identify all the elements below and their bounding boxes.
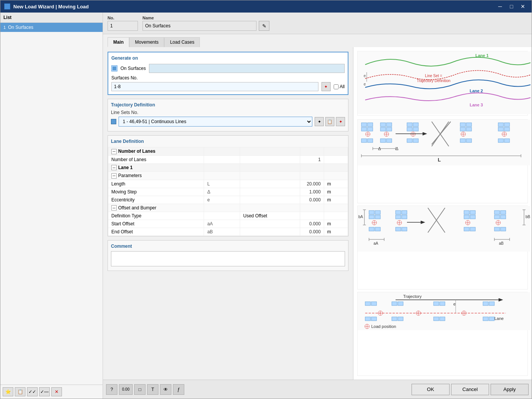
- no-input[interactable]: [108, 21, 138, 31]
- svg-text:Trajectory: Trajectory: [403, 294, 422, 299]
- svg-rect-13: [367, 127, 373, 131]
- svg-rect-104: [500, 215, 506, 219]
- surfaces-row: ✦ All: [111, 82, 345, 91]
- ok-button[interactable]: OK: [412, 384, 450, 395]
- title-controls: ─ □ ✕: [495, 3, 528, 10]
- svg-rect-52: [413, 139, 418, 142]
- svg-rect-138: [483, 302, 488, 306]
- svg-rect-134: [392, 302, 397, 306]
- generate-on-option-row: On Surfaces: [111, 64, 345, 73]
- sidebar-add-btn[interactable]: ⭐: [3, 387, 13, 396]
- form-area: No. Name ✎ Main Movements Load Cases: [103, 13, 532, 399]
- svg-text:e: e: [364, 82, 366, 86]
- svg-rect-85: [396, 211, 401, 214]
- no-label: No.: [108, 16, 138, 20]
- table-row: ─Parameters: [108, 172, 348, 180]
- svg-rect-17: [380, 123, 386, 127]
- preview-area: Lane 1 Line Set = Trajectory Definition …: [353, 47, 532, 380]
- svg-rect-151: [365, 317, 370, 321]
- surfaces-no-input[interactable]: [111, 82, 318, 91]
- svg-rect-114: [494, 227, 500, 231]
- traj-icon-btn-3[interactable]: ✦: [336, 117, 345, 126]
- svg-text:Load position: Load position: [371, 324, 396, 329]
- svg-rect-112: [464, 227, 469, 231]
- trajectory-row: 1 - 46,49-51 | Continuous Lines ✦ 📋 ✦: [111, 117, 345, 127]
- collapse-btn-1[interactable]: ─: [111, 149, 117, 154]
- svg-rect-19: [380, 127, 386, 131]
- svg-rect-55: [498, 139, 504, 142]
- table-row: ─Lane 1: [108, 163, 348, 172]
- svg-rect-50: [386, 139, 392, 142]
- line-sets-select[interactable]: 1 - 46,49-51 | Continuous Lines: [119, 117, 312, 127]
- svg-rect-135: [398, 302, 403, 306]
- svg-rect-24: [407, 123, 412, 127]
- svg-rect-97: [470, 215, 475, 219]
- table-row: Start Offset aA 0.000 m: [108, 220, 348, 228]
- grid-diagram-bottom: Trajectory e: [357, 292, 528, 376]
- surfaces-pick-btn[interactable]: ✦: [321, 82, 331, 91]
- svg-text:Lane 3: Lane 3: [470, 103, 483, 107]
- sidebar-item-on-surfaces[interactable]: 1 On Surfaces: [0, 23, 103, 32]
- sidebar-item-label: On Surfaces: [8, 25, 33, 30]
- svg-rect-155: [434, 317, 439, 321]
- table-row: Definition Type Used Offset: [108, 212, 348, 220]
- svg-rect-87: [396, 215, 401, 219]
- sidebar-delete-btn[interactable]: ✕: [51, 387, 62, 396]
- all-checkbox-row: All: [334, 84, 345, 89]
- tab-main[interactable]: Main: [108, 37, 129, 47]
- name-input[interactable]: [142, 21, 256, 31]
- tabs: Main Movements Load Cases: [103, 34, 532, 47]
- main-window: New Load Wizard | Moving Load ─ □ ✕ List…: [0, 0, 532, 399]
- svg-rect-78: [369, 211, 374, 214]
- svg-rect-79: [375, 211, 380, 214]
- trajectory-panel: Trajectory Definition Line Sets No. 1 - …: [108, 99, 348, 131]
- name-row: ✎: [142, 21, 269, 31]
- surfaces-no-label: Surfaces No.: [111, 75, 345, 81]
- svg-rect-133: [371, 302, 377, 306]
- svg-rect-157: [483, 317, 488, 321]
- select-btn[interactable]: □: [134, 384, 146, 395]
- sidebar-copy-btn[interactable]: 📋: [15, 387, 25, 396]
- traj-icon-btn-1[interactable]: ✦: [315, 117, 324, 126]
- cancel-button[interactable]: Cancel: [451, 384, 489, 395]
- svg-rect-103: [494, 215, 500, 219]
- maximize-button[interactable]: □: [507, 3, 516, 10]
- zero-btn[interactable]: 0.00: [119, 384, 133, 395]
- minimize-button[interactable]: ─: [495, 3, 505, 10]
- svg-rect-108: [369, 227, 374, 231]
- table-row: Number of Lanes 1: [108, 155, 348, 163]
- all-checkbox[interactable]: [334, 84, 339, 89]
- tab-load-cases[interactable]: Load Cases: [164, 37, 200, 47]
- sidebar-check-all-btn[interactable]: ✓✓: [27, 387, 38, 396]
- help-btn[interactable]: ?: [106, 384, 117, 395]
- collapse-btn-4[interactable]: ─: [111, 205, 117, 211]
- svg-rect-12: [361, 127, 367, 131]
- svg-text:Lane 1: Lane 1: [475, 53, 489, 58]
- svg-rect-101: [494, 211, 500, 214]
- apply-button[interactable]: Apply: [491, 384, 529, 395]
- svg-text:aA: aA: [374, 241, 378, 245]
- name-field: Name ✎: [142, 16, 269, 31]
- svg-rect-36: [466, 127, 472, 131]
- text-btn[interactable]: T: [147, 384, 158, 395]
- collapse-btn-2[interactable]: ─: [111, 165, 117, 170]
- comment-input[interactable]: [111, 251, 345, 266]
- grid-diagram-middle: bA bB: [357, 206, 528, 290]
- name-edit-button[interactable]: ✎: [259, 21, 269, 31]
- svg-rect-25: [413, 123, 418, 127]
- sidebar-footer: ⭐ 📋 ✓✓ ✓— ✕: [0, 385, 103, 399]
- on-surfaces-input[interactable]: [149, 64, 345, 73]
- formula-btn[interactable]: ƒ: [173, 384, 184, 395]
- form-header: No. Name ✎: [103, 13, 532, 34]
- view-btn[interactable]: 👁: [160, 384, 171, 395]
- sidebar-uncheck-btn[interactable]: ✓—: [39, 387, 50, 396]
- close-button[interactable]: ✕: [518, 3, 528, 10]
- svg-rect-51: [407, 139, 412, 142]
- tab-movements[interactable]: Movements: [129, 37, 164, 47]
- collapse-btn-3[interactable]: ─: [111, 173, 117, 179]
- generate-on-title: Generate on: [111, 55, 345, 61]
- svg-rect-137: [440, 302, 445, 306]
- traj-icon-btn-2[interactable]: 📋: [325, 117, 334, 126]
- on-surfaces-checkbox[interactable]: [111, 65, 117, 71]
- svg-rect-136: [434, 302, 439, 306]
